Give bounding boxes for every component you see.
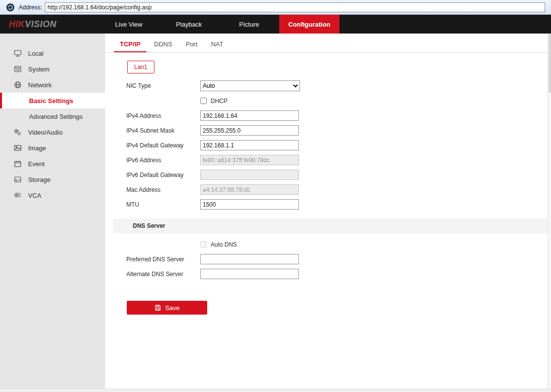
browser-address-bar: Address: — [0, 0, 551, 15]
tab-nat[interactable]: NAT — [205, 40, 229, 52]
nav-picture[interactable]: Picture — [219, 15, 279, 34]
auto-dns-checkbox — [200, 241, 207, 248]
dhcp-checkbox[interactable] — [200, 98, 207, 104]
hikvision-logo: HIKVISION — [0, 15, 99, 34]
vertical-scrollbar-thumb[interactable] — [549, 34, 551, 93]
mac-address-label: Mac Address — [126, 186, 200, 193]
mac-address-row: Mac Address — [105, 184, 551, 195]
horizontal-scrollbar[interactable] — [0, 389, 551, 392]
ipv4-subnet-input[interactable] — [200, 125, 299, 136]
network-globe-icon — [14, 81, 22, 89]
nav-live-view[interactable]: Live View — [99, 15, 159, 34]
address-input[interactable] — [45, 2, 545, 12]
video-audio-icon — [14, 128, 22, 136]
mtu-row: MTU — [105, 199, 551, 210]
sidebar-item-label: Event — [28, 160, 44, 168]
alternate-dns-row: Alternate DNS Server — [105, 269, 551, 279]
nav-playback[interactable]: Playback — [159, 15, 219, 34]
sidebar-item-label: Local — [28, 50, 43, 57]
ipv6-address-row: IPv6 Address — [105, 155, 551, 165]
ipv4-address-label: IPv4 Address — [126, 112, 200, 119]
sidebar-item-storage[interactable]: Storage — [0, 172, 105, 187]
page: Address: HIKVISION Live View Playback Pi… — [0, 0, 551, 392]
alternate-dns-label: Alternate DNS Server — [126, 271, 200, 278]
browser-page-icon — [6, 3, 15, 12]
address-label: Address: — [19, 4, 42, 11]
ipv4-gateway-input[interactable] — [200, 140, 299, 150]
lan1-tab[interactable]: Lan1 — [127, 61, 154, 73]
event-icon — [14, 160, 22, 168]
save-icon — [154, 304, 161, 311]
logo-hik-text: HIK — [9, 19, 25, 30]
sidebar-item-label: Image — [28, 144, 46, 152]
image-icon — [14, 144, 22, 152]
tcpip-form: NIC Type Auto DHCP IPv4 Address IPv4 Sub… — [105, 80, 551, 315]
body-wrap: Local System Network Basic S — [0, 34, 551, 392]
auto-dns-label: Auto DNS — [211, 241, 237, 248]
preferred-dns-row: Preferred DNS Server — [105, 254, 551, 264]
dhcp-label: DHCP — [211, 98, 227, 105]
mac-address-input — [200, 184, 299, 195]
nic-type-select[interactable]: Auto — [200, 80, 300, 91]
app-header: HIKVISION Live View Playback Picture Con… — [0, 15, 551, 34]
ipv4-address-row: IPv4 Address — [105, 110, 551, 121]
sidebar-item-advanced-settings[interactable]: Advanced Settings — [0, 108, 105, 124]
save-button-label: Save — [165, 304, 180, 312]
ipv6-address-input — [200, 155, 299, 165]
sidebar-item-video-audio[interactable]: Video/Audio — [0, 124, 105, 140]
mtu-input[interactable] — [200, 199, 299, 210]
auto-dns-row: Auto DNS — [105, 239, 551, 249]
nav-configuration[interactable]: Configuration — [279, 15, 339, 34]
main-content: TCP/IP DDNS Port NAT Lan1 NIC Type Auto … — [105, 34, 551, 392]
sidebar-item-image[interactable]: Image — [0, 140, 105, 156]
mtu-label: MTU — [126, 201, 200, 208]
tab-tcpip[interactable]: TCP/IP — [114, 40, 147, 52]
storage-icon — [14, 176, 22, 183]
dns-server-section-header: DNS Server — [113, 218, 551, 233]
save-button[interactable]: Save — [127, 301, 207, 315]
top-navigation: Live View Playback Picture Configuration — [99, 15, 339, 34]
sidebar-item-basic-settings[interactable]: Basic Settings — [0, 93, 105, 108]
sidebar-item-local[interactable]: Local — [0, 45, 105, 61]
logo-vision-text: VISION — [25, 19, 57, 30]
sidebar-item-label: Advanced Settings — [29, 113, 82, 120]
alternate-dns-input[interactable] — [200, 269, 299, 279]
sidebar-item-label: Video/Audio — [28, 129, 63, 136]
dhcp-row: DHCP — [105, 96, 551, 106]
preferred-dns-label: Preferred DNS Server — [126, 256, 200, 263]
sidebar-item-network[interactable]: Network — [0, 77, 105, 93]
ipv4-subnet-label: IPv4 Subnet Mask — [126, 127, 200, 134]
sidebar: Local System Network Basic S — [0, 34, 105, 392]
nic-type-label: NIC Type — [126, 82, 200, 89]
vca-icon — [14, 191, 22, 199]
nic-type-row: NIC Type Auto — [105, 80, 551, 91]
sidebar-item-label: Basic Settings — [29, 97, 73, 105]
ipv6-address-label: IPv6 Address — [126, 157, 200, 164]
sidebar-item-label: Storage — [28, 176, 51, 183]
system-icon — [14, 65, 22, 73]
ipv4-address-input[interactable] — [200, 110, 299, 121]
tab-port[interactable]: Port — [180, 40, 203, 52]
ipv4-subnet-row: IPv4 Subnet Mask — [105, 125, 551, 136]
sidebar-item-system[interactable]: System — [0, 61, 105, 77]
sidebar-item-event[interactable]: Event — [0, 156, 105, 172]
monitor-icon — [14, 49, 22, 57]
vertical-scrollbar[interactable] — [548, 34, 551, 389]
sidebar-item-label: Network — [28, 81, 52, 89]
network-tabs: TCP/IP DDNS Port NAT — [105, 34, 551, 53]
sidebar-item-vca[interactable]: VCA — [0, 187, 105, 203]
ipv6-gateway-input — [200, 170, 299, 180]
ipv6-gateway-label: IPv6 Default Gateway — [126, 172, 200, 178]
sidebar-item-label: System — [28, 66, 49, 73]
sidebar-item-label: VCA — [28, 192, 41, 199]
ipv4-gateway-label: IPv4 Default Gateway — [126, 142, 200, 149]
ipv4-gateway-row: IPv4 Default Gateway — [105, 140, 551, 150]
preferred-dns-input[interactable] — [200, 254, 299, 264]
tab-ddns[interactable]: DDNS — [148, 40, 178, 52]
ipv6-gateway-row: IPv6 Default Gateway — [105, 170, 551, 180]
